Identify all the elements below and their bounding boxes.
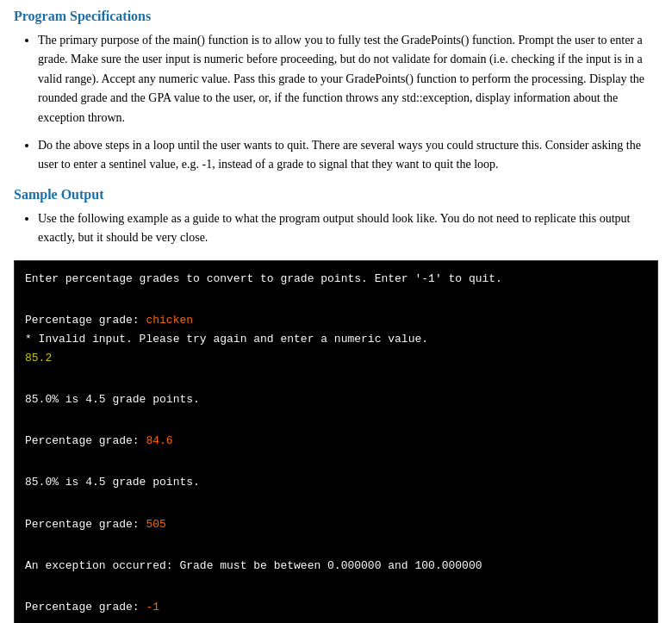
sample-output-list: Use the following example as a guide to … bbox=[14, 209, 658, 248]
sample-output-section: Sample Output Use the following example … bbox=[14, 187, 658, 623]
terminal-line-9-prefix: Percentage grade: bbox=[25, 434, 146, 447]
terminal-line-13: Percentage grade: 505 bbox=[25, 515, 647, 534]
terminal-line-blank-5 bbox=[25, 496, 647, 515]
terminal-line-blank-4 bbox=[25, 454, 647, 473]
program-spec-list: The primary purpose of the main() functi… bbox=[14, 31, 658, 175]
bullet-item-2: Do the above steps in a loop until the u… bbox=[38, 136, 658, 175]
terminal-line-17: Percentage grade: -1 bbox=[25, 598, 647, 617]
terminal-line-1: Enter percentage grades to convert to gr… bbox=[25, 270, 647, 289]
terminal-line-17-prefix: Percentage grade: bbox=[25, 601, 146, 614]
program-spec-title: Program Specifications bbox=[14, 9, 658, 24]
terminal-output: Enter percentage grades to convert to gr… bbox=[14, 260, 658, 623]
terminal-line-3-prefix: Percentage grade: bbox=[25, 314, 146, 327]
bullet-item-1: The primary purpose of the main() functi… bbox=[38, 31, 658, 128]
terminal-line-13-prefix: Percentage grade: bbox=[25, 518, 146, 531]
terminal-line-15: An exception occurred: Grade must be bet… bbox=[25, 557, 647, 576]
sample-output-bullet: Use the following example as a guide to … bbox=[38, 209, 658, 248]
terminal-line-17-value: -1 bbox=[146, 601, 159, 614]
terminal-line-4: * Invalid input. Please try again and en… bbox=[25, 330, 647, 349]
terminal-line-3-value: chicken bbox=[146, 314, 193, 327]
terminal-line-9: Percentage grade: 84.6 bbox=[25, 432, 647, 451]
terminal-line-5: 85.2 bbox=[25, 349, 647, 368]
terminal-line-5-value: 85.2 bbox=[25, 352, 52, 364]
terminal-line-11: 85.0% is 4.5 grade points. bbox=[25, 473, 647, 492]
terminal-line-3: Percentage grade: chicken bbox=[25, 311, 647, 330]
terminal-line-blank-6 bbox=[25, 538, 647, 557]
terminal-line-blank-7 bbox=[25, 579, 647, 598]
terminal-line-9-value: 84.6 bbox=[146, 434, 172, 447]
terminal-line-blank-3 bbox=[25, 413, 647, 432]
terminal-line-7: 85.0% is 4.5 grade points. bbox=[25, 390, 647, 409]
terminal-line-blank-1 bbox=[25, 292, 647, 311]
terminal-line-blank-2 bbox=[25, 371, 647, 390]
terminal-line-13-value: 505 bbox=[146, 518, 165, 531]
sample-output-title: Sample Output bbox=[14, 187, 658, 202]
